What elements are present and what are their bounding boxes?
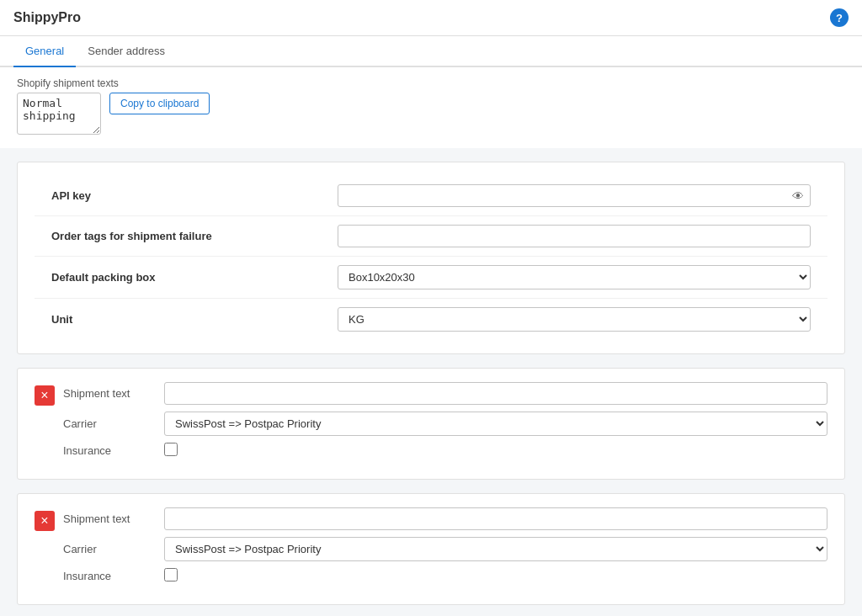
rule-2-insurance-row: Insurance bbox=[63, 568, 827, 584]
unit-label: Unit bbox=[51, 313, 338, 326]
default-packing-box-select[interactable]: Box10x20x30 bbox=[338, 265, 811, 289]
unit-select[interactable]: KG LB bbox=[338, 307, 811, 332]
copy-to-clipboard-button[interactable]: Copy to clipboard bbox=[109, 93, 210, 114]
rule-2-delete-button[interactable]: × bbox=[35, 511, 55, 531]
rule-1-carrier-control: SwissPost => Postpac Priority bbox=[164, 412, 827, 436]
default-packing-box-label: Default packing box bbox=[51, 271, 338, 284]
rule-2-carrier-row: Carrier SwissPost => Postpac Priority bbox=[63, 537, 827, 561]
shopify-section: Shopify shipment texts Normal shipping C… bbox=[0, 67, 862, 148]
rule-2-row: × Shipment text * Carrier SwissPost => P… bbox=[35, 507, 827, 591]
app-title: ShippyPro bbox=[13, 10, 81, 25]
api-key-section: API key •••••••••••••••••••••••••• 👁 Ord… bbox=[17, 162, 845, 354]
rule-2-shipment-text-label: Shipment text bbox=[63, 512, 164, 525]
api-key-input-wrapper: •••••••••••••••••••••••••• 👁 bbox=[338, 184, 811, 207]
rule-1-row: × Shipment text Normal shipping Carrier … bbox=[35, 382, 827, 465]
rule-1-fields: Shipment text Normal shipping Carrier Sw… bbox=[63, 382, 827, 465]
app-header: ShippyPro ? bbox=[0, 0, 862, 36]
shopify-textarea-row: Normal shipping Copy to clipboard bbox=[17, 93, 845, 135]
rule-1-insurance-label: Insurance bbox=[63, 444, 164, 457]
default-packing-box-control: Box10x20x30 bbox=[338, 265, 811, 289]
rule-1-section: × Shipment text Normal shipping Carrier … bbox=[17, 368, 845, 480]
rule-2-insurance-checkbox[interactable] bbox=[164, 568, 178, 581]
rule-2-section: × Shipment text * Carrier SwissPost => P… bbox=[17, 493, 845, 605]
api-key-control: •••••••••••••••••••••••••• 👁 bbox=[338, 184, 811, 207]
rule-2-shipment-text-row: Shipment text * bbox=[63, 507, 827, 530]
rule-1-delete-button[interactable]: × bbox=[35, 385, 55, 406]
rule-2-insurance-label: Insurance bbox=[63, 570, 164, 582]
content-area: General Sender address Shopify shipment … bbox=[0, 36, 862, 616]
shopify-shipment-textarea[interactable]: Normal shipping bbox=[17, 93, 101, 135]
rule-1-carrier-row: Carrier SwissPost => Postpac Priority bbox=[63, 412, 827, 436]
rule-2-shipment-text-input[interactable]: * bbox=[164, 507, 827, 530]
rule-1-shipment-text-label: Shipment text bbox=[63, 387, 164, 400]
shopify-label: Shopify shipment texts bbox=[17, 77, 845, 89]
tab-general[interactable]: General bbox=[13, 36, 76, 67]
rule-1-insurance-control bbox=[164, 443, 827, 459]
rule-1-insurance-row: Insurance bbox=[63, 443, 827, 459]
order-tags-control bbox=[338, 225, 811, 247]
tab-bar: General Sender address bbox=[0, 36, 862, 67]
rule-1-carrier-label: Carrier bbox=[63, 417, 164, 430]
rule-1-shipment-text-input[interactable]: Normal shipping bbox=[164, 382, 827, 405]
rule-2-carrier-label: Carrier bbox=[63, 543, 164, 555]
rule-1-shipment-text-control: Normal shipping bbox=[164, 382, 827, 405]
rule-1-shipment-text-row: Shipment text Normal shipping bbox=[63, 382, 827, 405]
api-key-label: API key bbox=[51, 189, 338, 202]
rule-1-insurance-checkbox[interactable] bbox=[164, 443, 178, 456]
order-tags-input[interactable] bbox=[338, 225, 811, 247]
rule-2-carrier-control: SwissPost => Postpac Priority bbox=[164, 537, 827, 561]
rule-2-shipment-text-control: * bbox=[164, 507, 827, 530]
rule-1-carrier-select[interactable]: SwissPost => Postpac Priority bbox=[164, 412, 827, 436]
rule-2-fields: Shipment text * Carrier SwissPost => Pos… bbox=[63, 507, 827, 591]
help-icon[interactable]: ? bbox=[830, 8, 849, 27]
unit-control: KG LB bbox=[338, 307, 811, 332]
api-key-input[interactable]: •••••••••••••••••••••••••• bbox=[338, 184, 811, 207]
api-key-row: API key •••••••••••••••••••••••••• 👁 bbox=[35, 176, 827, 216]
rule-2-insurance-control bbox=[164, 568, 827, 584]
tab-sender-address[interactable]: Sender address bbox=[76, 36, 177, 67]
main-content: API key •••••••••••••••••••••••••• 👁 Ord… bbox=[0, 148, 862, 616]
order-tags-row: Order tags for shipment failure bbox=[35, 216, 827, 257]
toggle-visibility-button[interactable]: 👁 bbox=[790, 188, 806, 204]
order-tags-label: Order tags for shipment failure bbox=[51, 230, 338, 242]
unit-row: Unit KG LB bbox=[35, 299, 827, 340]
rule-2-carrier-select[interactable]: SwissPost => Postpac Priority bbox=[164, 537, 827, 561]
default-packing-box-row: Default packing box Box10x20x30 bbox=[35, 257, 827, 299]
